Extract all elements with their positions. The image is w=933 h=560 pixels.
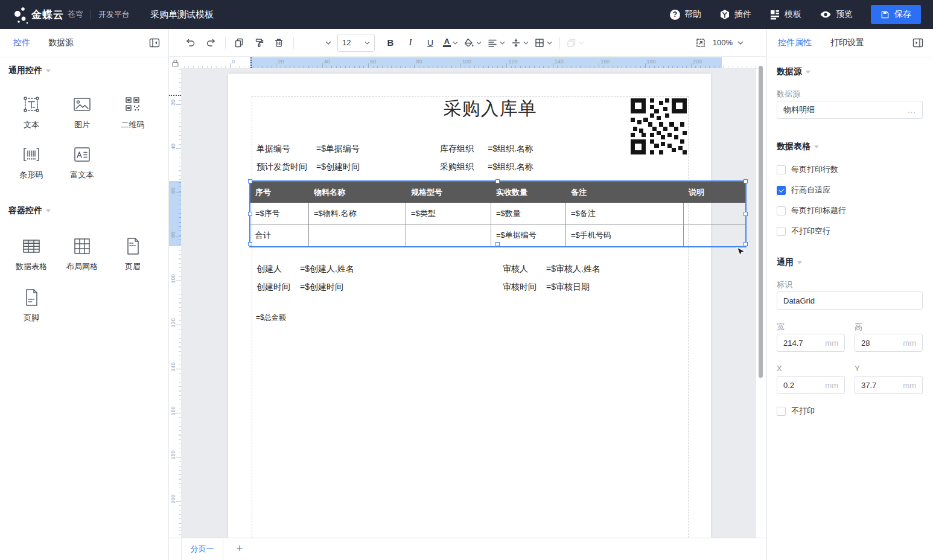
underline-button[interactable]: U [423,35,438,51]
y-input[interactable]: 37.7 mm [855,376,923,394]
font-family-select[interactable] [300,35,331,51]
checkbox-icon[interactable] [777,206,786,215]
arrange-layers-button[interactable] [566,35,584,51]
italic-button[interactable]: I [403,35,418,51]
field-label[interactable]: 单据编号 [256,144,290,154]
add-page-button[interactable]: + [231,538,249,560]
fill-color-button[interactable] [463,35,482,51]
control-datagrid[interactable]: 数据表格 [6,235,57,272]
more-icon[interactable]: ... [908,106,916,115]
field-label[interactable]: 审核时间 [503,282,537,293]
field-binding[interactable]: =$组织.名称 [488,162,533,173]
datagrid-header-cell[interactable]: 备注 [566,182,684,203]
vertical-scrollbar[interactable] [759,66,763,378]
plugin-button[interactable]: 插件 [719,9,751,20]
width-input[interactable]: 214.7 mm [777,334,845,352]
datagrid-cell[interactable] [684,203,745,224]
datasource-input[interactable]: 物料明细 ... [777,101,923,119]
identifier-input[interactable]: DataGrid [777,291,923,310]
canvas-workspace[interactable]: 采购入库单 [181,68,756,538]
borders-button[interactable] [534,35,552,51]
check-print-header-each-page[interactable]: 每页打印标题行 [777,205,846,216]
collapse-left-panel-icon[interactable] [148,37,161,48]
checkbox-icon[interactable] [777,186,786,195]
preview-button[interactable]: 预览 [820,9,853,20]
field-label[interactable]: 采购组织 [440,162,474,173]
control-barcode[interactable]: 条形码 [6,144,57,180]
section-container-controls[interactable]: 容器控件 [8,205,51,216]
datagrid-cell[interactable]: 合计 [250,224,309,246]
collapse-right-panel-icon[interactable] [912,37,924,48]
field-binding[interactable]: =$审核日期 [546,282,590,293]
tab-datasource[interactable]: 数据源 [48,37,74,48]
datagrid-header-cell[interactable]: 规格型号 [406,182,491,203]
check-rows-per-page[interactable]: 每页打印行数 [777,164,838,175]
datagrid-cell[interactable]: =$数量 [491,203,566,224]
field-label[interactable]: 创建人 [256,264,282,275]
section-datagrid[interactable]: 数据表格 [777,141,819,152]
template-title[interactable]: 采购入库单 [430,97,550,121]
design-paper[interactable]: 采购入库单 [228,74,711,538]
datagrid-cell[interactable]: =$序号 [250,203,309,224]
field-label[interactable]: 审核人 [503,264,528,275]
vertical-align-button[interactable] [511,35,529,51]
undo-button[interactable] [183,35,198,51]
field-binding-total[interactable]: =$总金额 [256,313,286,323]
qr-code[interactable] [631,98,687,154]
check-no-print[interactable]: 不打印 [777,406,815,416]
height-input[interactable]: 28 mm [855,334,923,352]
datagrid-cell[interactable]: =$单据编号 [491,224,566,246]
horizontal-align-button[interactable] [487,35,505,51]
section-general[interactable]: 通用 [777,257,802,268]
section-general-controls[interactable]: 通用控件 [8,65,51,76]
field-label[interactable]: 库存组织 [440,144,474,154]
delete-button[interactable] [272,35,286,51]
help-button[interactable]: ? 帮助 [670,9,701,20]
field-label[interactable]: 创建时间 [256,282,290,293]
font-color-button[interactable]: A [443,35,458,51]
field-label[interactable]: 预计发货时间 [256,162,307,173]
zoom-select-chevron-icon[interactable] [737,41,744,45]
field-binding[interactable]: =$创建时间 [316,162,360,173]
datagrid-cell[interactable] [406,224,491,246]
checkbox-icon[interactable] [777,407,786,416]
datagrid-header-cell[interactable]: 说明 [684,182,745,203]
field-binding[interactable]: =$审核人.姓名 [546,264,600,275]
datagrid-cell[interactable]: =$类型 [406,203,491,224]
font-size-select[interactable]: 12 [337,34,375,52]
tab-control-properties[interactable]: 控件属性 [778,37,812,48]
tab-controls[interactable]: 控件 [13,37,30,48]
save-button[interactable]: 保存 [871,5,921,24]
datagrid-cell[interactable]: =$备注 [566,203,684,224]
control-image[interactable]: 图片 [57,94,107,130]
tab-print-settings[interactable]: 打印设置 [830,37,864,48]
template-button[interactable]: 模板 [769,9,801,20]
datagrid-cell[interactable]: =$物料.名称 [309,203,406,224]
control-layoutgrid[interactable]: 布局网格 [57,235,107,272]
field-binding[interactable]: =$创建人.姓名 [300,264,354,275]
format-painter-button[interactable] [252,35,266,51]
datagrid-header-cell[interactable]: 实收数量 [491,182,566,203]
control-pageheader[interactable]: 页眉 [107,235,158,272]
checkbox-icon[interactable] [777,165,786,174]
checkbox-icon[interactable] [777,227,786,236]
field-binding[interactable]: =$组织.名称 [488,144,533,154]
datagrid-table[interactable]: 序号 物料名称 规格型号 实收数量 备注 说明 =$序号 =$物料.名称 =$类… [250,182,745,246]
bold-button[interactable]: B [383,35,398,51]
control-qrcode[interactable]: 二维码 [107,94,158,130]
control-richtext[interactable]: 富文本 [57,144,107,180]
field-binding[interactable]: =$创建时间 [300,282,343,293]
control-text[interactable]: 文本 [6,94,57,130]
x-input[interactable]: 0.2 mm [777,376,845,394]
page-tab[interactable]: 分页一 [181,538,223,560]
datagrid-header-cell[interactable]: 物料名称 [309,182,406,203]
datagrid-cell[interactable] [684,224,745,246]
control-pagefooter[interactable]: 页脚 [6,287,57,323]
check-skip-empty-rows[interactable]: 不打印空行 [777,226,830,237]
section-datasource[interactable]: 数据源 [777,66,810,77]
datagrid-cell[interactable] [309,224,406,246]
field-binding[interactable]: =$单据编号 [316,144,360,154]
datagrid-header-cell[interactable]: 序号 [250,182,309,203]
fit-to-screen-button[interactable] [693,35,708,51]
datagrid-cell[interactable]: =$手机号码 [566,224,684,246]
